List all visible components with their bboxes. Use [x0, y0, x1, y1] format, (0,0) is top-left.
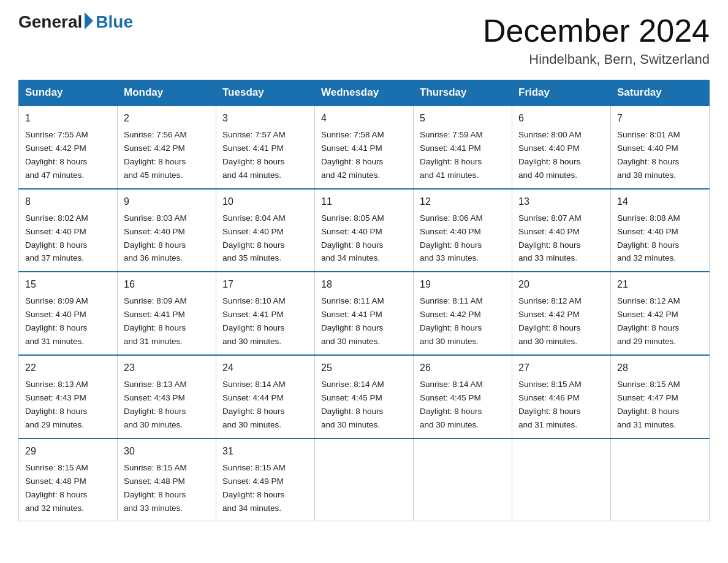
day-number: 9 — [124, 194, 210, 209]
day-number: 5 — [420, 111, 506, 126]
day-info: Sunrise: 8:15 AMSunset: 4:48 PMDaylight:… — [124, 463, 187, 513]
day-info: Sunrise: 8:12 AMSunset: 4:42 PMDaylight:… — [617, 296, 680, 346]
day-info: Sunrise: 8:15 AMSunset: 4:46 PMDaylight:… — [518, 380, 582, 429]
day-number: 18 — [321, 277, 407, 292]
day-info: Sunrise: 8:11 AMSunset: 4:41 PMDaylight:… — [321, 296, 384, 346]
day-info: Sunrise: 8:15 AMSunset: 4:49 PMDaylight:… — [222, 463, 286, 513]
day-number: 11 — [321, 194, 407, 209]
day-number: 25 — [321, 361, 407, 375]
table-row: 21 Sunrise: 8:12 AMSunset: 4:42 PMDaylig… — [611, 272, 710, 355]
table-row: 10 Sunrise: 8:04 AMSunset: 4:40 PMDaylig… — [216, 189, 315, 272]
col-monday: Monday — [118, 80, 216, 106]
day-number: 30 — [124, 444, 210, 459]
calendar-week-row: 22 Sunrise: 8:13 AMSunset: 4:43 PMDaylig… — [19, 355, 710, 439]
day-info: Sunrise: 8:13 AMSunset: 4:43 PMDaylight:… — [25, 380, 88, 429]
table-row: 3 Sunrise: 7:57 AMSunset: 4:41 PMDayligh… — [216, 105, 315, 189]
table-row: 24 Sunrise: 8:14 AMSunset: 4:44 PMDaylig… — [216, 355, 315, 439]
day-number: 3 — [222, 111, 308, 126]
col-wednesday: Wednesday — [315, 80, 414, 106]
table-row: 1 Sunrise: 7:55 AMSunset: 4:42 PMDayligh… — [19, 105, 118, 189]
day-number: 29 — [25, 444, 111, 459]
table-row — [611, 439, 710, 521]
table-row: 25 Sunrise: 8:14 AMSunset: 4:45 PMDaylig… — [315, 355, 414, 439]
table-row: 20 Sunrise: 8:12 AMSunset: 4:42 PMDaylig… — [512, 272, 611, 355]
calendar-week-row: 8 Sunrise: 8:02 AMSunset: 4:40 PMDayligh… — [19, 189, 710, 272]
day-number: 12 — [420, 194, 506, 209]
day-info: Sunrise: 8:09 AMSunset: 4:40 PMDaylight:… — [25, 296, 88, 346]
day-info: Sunrise: 8:04 AMSunset: 4:40 PMDaylight:… — [222, 213, 286, 263]
day-number: 14 — [617, 194, 703, 209]
table-row: 6 Sunrise: 8:00 AMSunset: 4:40 PMDayligh… — [512, 105, 611, 189]
table-row — [315, 439, 414, 521]
table-row: 18 Sunrise: 8:11 AMSunset: 4:41 PMDaylig… — [315, 272, 414, 355]
day-info: Sunrise: 8:01 AMSunset: 4:40 PMDaylight:… — [617, 130, 680, 180]
table-row: 30 Sunrise: 8:15 AMSunset: 4:48 PMDaylig… — [118, 439, 216, 521]
calendar-week-row: 1 Sunrise: 7:55 AMSunset: 4:42 PMDayligh… — [19, 105, 710, 189]
table-row: 2 Sunrise: 7:56 AMSunset: 4:42 PMDayligh… — [118, 105, 216, 189]
table-row: 14 Sunrise: 8:08 AMSunset: 4:40 PMDaylig… — [611, 189, 710, 272]
day-info: Sunrise: 7:56 AMSunset: 4:42 PMDaylight:… — [124, 130, 187, 180]
day-number: 17 — [222, 277, 308, 292]
table-row: 4 Sunrise: 7:58 AMSunset: 4:41 PMDayligh… — [315, 105, 414, 189]
day-number: 1 — [25, 111, 111, 126]
day-info: Sunrise: 8:06 AMSunset: 4:40 PMDaylight:… — [420, 213, 483, 263]
col-thursday: Thursday — [414, 80, 512, 106]
day-info: Sunrise: 7:59 AMSunset: 4:41 PMDaylight:… — [420, 130, 483, 180]
table-row — [414, 439, 512, 521]
day-info: Sunrise: 7:58 AMSunset: 4:41 PMDaylight:… — [321, 130, 384, 180]
day-number: 19 — [420, 277, 506, 292]
day-number: 20 — [518, 277, 604, 292]
day-number: 24 — [222, 361, 308, 375]
logo-arrow-icon — [85, 12, 93, 29]
day-info: Sunrise: 8:03 AMSunset: 4:40 PMDaylight:… — [124, 213, 187, 263]
day-number: 13 — [518, 194, 604, 209]
table-row: 9 Sunrise: 8:03 AMSunset: 4:40 PMDayligh… — [118, 189, 216, 272]
day-info: Sunrise: 8:14 AMSunset: 4:44 PMDaylight:… — [222, 380, 286, 429]
calendar-week-row: 15 Sunrise: 8:09 AMSunset: 4:40 PMDaylig… — [19, 272, 710, 355]
day-number: 28 — [617, 361, 703, 375]
day-info: Sunrise: 8:08 AMSunset: 4:40 PMDaylight:… — [617, 213, 680, 263]
table-row: 12 Sunrise: 8:06 AMSunset: 4:40 PMDaylig… — [414, 189, 512, 272]
day-number: 27 — [518, 361, 604, 375]
day-number: 16 — [124, 277, 210, 292]
title-block: December 2024 Hindelbank, Bern, Switzerl… — [483, 12, 710, 67]
table-row: 19 Sunrise: 8:11 AMSunset: 4:42 PMDaylig… — [414, 272, 512, 355]
day-info: Sunrise: 8:11 AMSunset: 4:42 PMDaylight:… — [420, 296, 483, 346]
table-row: 5 Sunrise: 7:59 AMSunset: 4:41 PMDayligh… — [414, 105, 512, 189]
col-sunday: Sunday — [19, 80, 118, 106]
table-row: 15 Sunrise: 8:09 AMSunset: 4:40 PMDaylig… — [19, 272, 118, 355]
location: Hindelbank, Bern, Switzerland — [483, 52, 710, 67]
day-info: Sunrise: 8:07 AMSunset: 4:40 PMDaylight:… — [518, 213, 582, 263]
col-tuesday: Tuesday — [216, 80, 315, 106]
table-row: 16 Sunrise: 8:09 AMSunset: 4:41 PMDaylig… — [118, 272, 216, 355]
calendar-table: Sunday Monday Tuesday Wednesday Thursday… — [18, 80, 710, 521]
table-row: 27 Sunrise: 8:15 AMSunset: 4:46 PMDaylig… — [512, 355, 611, 439]
day-number: 22 — [25, 361, 111, 375]
day-number: 2 — [124, 111, 210, 126]
day-info: Sunrise: 8:15 AMSunset: 4:47 PMDaylight:… — [617, 380, 680, 429]
table-row: 17 Sunrise: 8:10 AMSunset: 4:41 PMDaylig… — [216, 272, 315, 355]
day-info: Sunrise: 8:12 AMSunset: 4:42 PMDaylight:… — [518, 296, 582, 346]
table-row: 22 Sunrise: 8:13 AMSunset: 4:43 PMDaylig… — [19, 355, 118, 439]
day-number: 21 — [617, 277, 703, 292]
table-row: 31 Sunrise: 8:15 AMSunset: 4:49 PMDaylig… — [216, 439, 315, 521]
logo-blue-text: Blue — [96, 12, 133, 32]
day-info: Sunrise: 8:02 AMSunset: 4:40 PMDaylight:… — [25, 213, 88, 263]
day-info: Sunrise: 8:14 AMSunset: 4:45 PMDaylight:… — [420, 380, 483, 429]
day-info: Sunrise: 8:09 AMSunset: 4:41 PMDaylight:… — [124, 296, 187, 346]
day-info: Sunrise: 8:15 AMSunset: 4:48 PMDaylight:… — [25, 463, 88, 513]
table-row: 7 Sunrise: 8:01 AMSunset: 4:40 PMDayligh… — [611, 105, 710, 189]
table-row: 28 Sunrise: 8:15 AMSunset: 4:47 PMDaylig… — [611, 355, 710, 439]
day-info: Sunrise: 7:55 AMSunset: 4:42 PMDaylight:… — [25, 130, 88, 180]
table-row — [512, 439, 611, 521]
page-header: General Blue December 2024 Hindelbank, B… — [18, 12, 710, 67]
day-number: 8 — [25, 194, 111, 209]
table-row: 26 Sunrise: 8:14 AMSunset: 4:45 PMDaylig… — [414, 355, 512, 439]
day-info: Sunrise: 7:57 AMSunset: 4:41 PMDaylight:… — [222, 130, 286, 180]
table-row: 23 Sunrise: 8:13 AMSunset: 4:43 PMDaylig… — [118, 355, 216, 439]
day-info: Sunrise: 8:10 AMSunset: 4:41 PMDaylight:… — [222, 296, 286, 346]
col-friday: Friday — [512, 80, 611, 106]
logo-general-text: General — [18, 12, 82, 32]
day-number: 23 — [124, 361, 210, 375]
day-info: Sunrise: 8:00 AMSunset: 4:40 PMDaylight:… — [518, 130, 582, 180]
